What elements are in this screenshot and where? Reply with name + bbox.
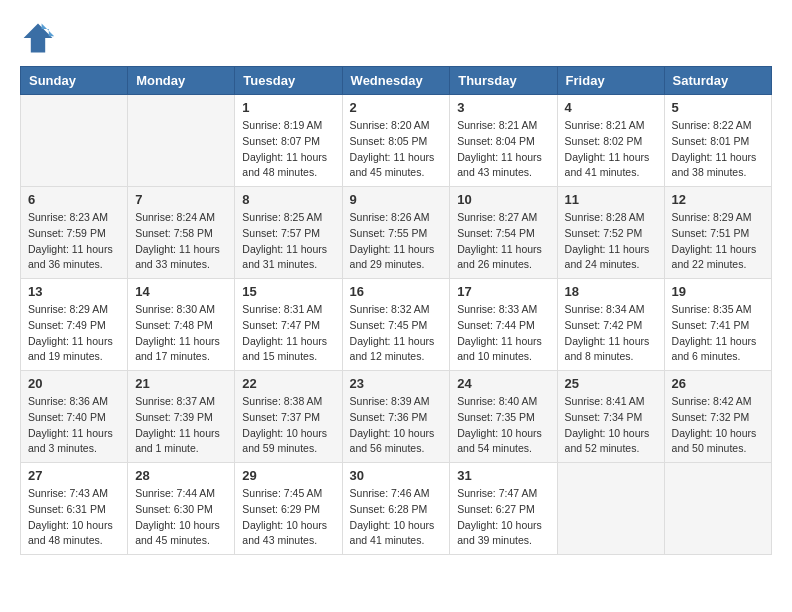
week-row-4: 20Sunrise: 8:36 AM Sunset: 7:40 PM Dayli… [21,371,772,463]
day-info: Sunrise: 8:36 AM Sunset: 7:40 PM Dayligh… [28,394,120,457]
calendar-cell: 13Sunrise: 8:29 AM Sunset: 7:49 PM Dayli… [21,279,128,371]
calendar-cell: 8Sunrise: 8:25 AM Sunset: 7:57 PM Daylig… [235,187,342,279]
day-number: 31 [457,468,549,483]
calendar-cell: 20Sunrise: 8:36 AM Sunset: 7:40 PM Dayli… [21,371,128,463]
column-header-tuesday: Tuesday [235,67,342,95]
day-number: 20 [28,376,120,391]
day-info: Sunrise: 8:42 AM Sunset: 7:32 PM Dayligh… [672,394,764,457]
calendar-cell: 12Sunrise: 8:29 AM Sunset: 7:51 PM Dayli… [664,187,771,279]
day-info: Sunrise: 8:41 AM Sunset: 7:34 PM Dayligh… [565,394,657,457]
day-number: 1 [242,100,334,115]
day-info: Sunrise: 8:19 AM Sunset: 8:07 PM Dayligh… [242,118,334,181]
calendar-cell: 3Sunrise: 8:21 AM Sunset: 8:04 PM Daylig… [450,95,557,187]
day-info: Sunrise: 8:24 AM Sunset: 7:58 PM Dayligh… [135,210,227,273]
day-info: Sunrise: 7:47 AM Sunset: 6:27 PM Dayligh… [457,486,549,549]
day-info: Sunrise: 8:40 AM Sunset: 7:35 PM Dayligh… [457,394,549,457]
week-row-5: 27Sunrise: 7:43 AM Sunset: 6:31 PM Dayli… [21,463,772,555]
day-number: 27 [28,468,120,483]
day-info: Sunrise: 8:22 AM Sunset: 8:01 PM Dayligh… [672,118,764,181]
calendar-cell: 29Sunrise: 7:45 AM Sunset: 6:29 PM Dayli… [235,463,342,555]
calendar-cell [128,95,235,187]
calendar-table: SundayMondayTuesdayWednesdayThursdayFrid… [20,66,772,555]
day-info: Sunrise: 8:30 AM Sunset: 7:48 PM Dayligh… [135,302,227,365]
column-header-saturday: Saturday [664,67,771,95]
day-number: 16 [350,284,443,299]
svg-marker-0 [24,24,53,53]
day-number: 9 [350,192,443,207]
logo [20,20,62,56]
calendar-cell: 18Sunrise: 8:34 AM Sunset: 7:42 PM Dayli… [557,279,664,371]
column-header-sunday: Sunday [21,67,128,95]
day-info: Sunrise: 8:20 AM Sunset: 8:05 PM Dayligh… [350,118,443,181]
day-number: 19 [672,284,764,299]
day-info: Sunrise: 7:46 AM Sunset: 6:28 PM Dayligh… [350,486,443,549]
day-info: Sunrise: 8:27 AM Sunset: 7:54 PM Dayligh… [457,210,549,273]
week-row-1: 1Sunrise: 8:19 AM Sunset: 8:07 PM Daylig… [21,95,772,187]
calendar-cell: 11Sunrise: 8:28 AM Sunset: 7:52 PM Dayli… [557,187,664,279]
calendar-cell: 9Sunrise: 8:26 AM Sunset: 7:55 PM Daylig… [342,187,450,279]
day-number: 15 [242,284,334,299]
calendar-cell [557,463,664,555]
day-number: 11 [565,192,657,207]
calendar-cell: 5Sunrise: 8:22 AM Sunset: 8:01 PM Daylig… [664,95,771,187]
calendar-cell: 14Sunrise: 8:30 AM Sunset: 7:48 PM Dayli… [128,279,235,371]
day-number: 23 [350,376,443,391]
logo-icon [20,20,56,56]
calendar-cell: 27Sunrise: 7:43 AM Sunset: 6:31 PM Dayli… [21,463,128,555]
calendar-cell: 2Sunrise: 8:20 AM Sunset: 8:05 PM Daylig… [342,95,450,187]
calendar-cell: 31Sunrise: 7:47 AM Sunset: 6:27 PM Dayli… [450,463,557,555]
day-info: Sunrise: 7:44 AM Sunset: 6:30 PM Dayligh… [135,486,227,549]
day-number: 3 [457,100,549,115]
day-info: Sunrise: 8:29 AM Sunset: 7:51 PM Dayligh… [672,210,764,273]
day-number: 28 [135,468,227,483]
week-row-3: 13Sunrise: 8:29 AM Sunset: 7:49 PM Dayli… [21,279,772,371]
day-info: Sunrise: 8:21 AM Sunset: 8:04 PM Dayligh… [457,118,549,181]
day-number: 25 [565,376,657,391]
calendar-cell [21,95,128,187]
day-info: Sunrise: 8:39 AM Sunset: 7:36 PM Dayligh… [350,394,443,457]
day-number: 4 [565,100,657,115]
page-header [20,20,772,56]
calendar-cell: 26Sunrise: 8:42 AM Sunset: 7:32 PM Dayli… [664,371,771,463]
calendar-cell: 7Sunrise: 8:24 AM Sunset: 7:58 PM Daylig… [128,187,235,279]
day-number: 13 [28,284,120,299]
day-number: 29 [242,468,334,483]
header-row: SundayMondayTuesdayWednesdayThursdayFrid… [21,67,772,95]
calendar-cell: 6Sunrise: 8:23 AM Sunset: 7:59 PM Daylig… [21,187,128,279]
day-number: 18 [565,284,657,299]
day-info: Sunrise: 8:23 AM Sunset: 7:59 PM Dayligh… [28,210,120,273]
day-number: 12 [672,192,764,207]
day-info: Sunrise: 8:29 AM Sunset: 7:49 PM Dayligh… [28,302,120,365]
column-header-friday: Friday [557,67,664,95]
day-number: 30 [350,468,443,483]
column-header-thursday: Thursday [450,67,557,95]
calendar-cell: 15Sunrise: 8:31 AM Sunset: 7:47 PM Dayli… [235,279,342,371]
day-number: 26 [672,376,764,391]
day-number: 17 [457,284,549,299]
day-number: 8 [242,192,334,207]
calendar-cell: 4Sunrise: 8:21 AM Sunset: 8:02 PM Daylig… [557,95,664,187]
day-info: Sunrise: 7:43 AM Sunset: 6:31 PM Dayligh… [28,486,120,549]
day-info: Sunrise: 8:25 AM Sunset: 7:57 PM Dayligh… [242,210,334,273]
day-info: Sunrise: 8:37 AM Sunset: 7:39 PM Dayligh… [135,394,227,457]
column-header-wednesday: Wednesday [342,67,450,95]
calendar-cell: 10Sunrise: 8:27 AM Sunset: 7:54 PM Dayli… [450,187,557,279]
day-number: 6 [28,192,120,207]
column-header-monday: Monday [128,67,235,95]
week-row-2: 6Sunrise: 8:23 AM Sunset: 7:59 PM Daylig… [21,187,772,279]
calendar-cell: 30Sunrise: 7:46 AM Sunset: 6:28 PM Dayli… [342,463,450,555]
day-number: 22 [242,376,334,391]
calendar-cell: 24Sunrise: 8:40 AM Sunset: 7:35 PM Dayli… [450,371,557,463]
calendar-cell: 22Sunrise: 8:38 AM Sunset: 7:37 PM Dayli… [235,371,342,463]
day-info: Sunrise: 8:26 AM Sunset: 7:55 PM Dayligh… [350,210,443,273]
day-info: Sunrise: 8:28 AM Sunset: 7:52 PM Dayligh… [565,210,657,273]
calendar-cell: 28Sunrise: 7:44 AM Sunset: 6:30 PM Dayli… [128,463,235,555]
day-info: Sunrise: 8:38 AM Sunset: 7:37 PM Dayligh… [242,394,334,457]
day-number: 7 [135,192,227,207]
day-info: Sunrise: 8:31 AM Sunset: 7:47 PM Dayligh… [242,302,334,365]
day-number: 10 [457,192,549,207]
day-info: Sunrise: 8:32 AM Sunset: 7:45 PM Dayligh… [350,302,443,365]
calendar-cell: 19Sunrise: 8:35 AM Sunset: 7:41 PM Dayli… [664,279,771,371]
day-number: 21 [135,376,227,391]
day-info: Sunrise: 8:21 AM Sunset: 8:02 PM Dayligh… [565,118,657,181]
